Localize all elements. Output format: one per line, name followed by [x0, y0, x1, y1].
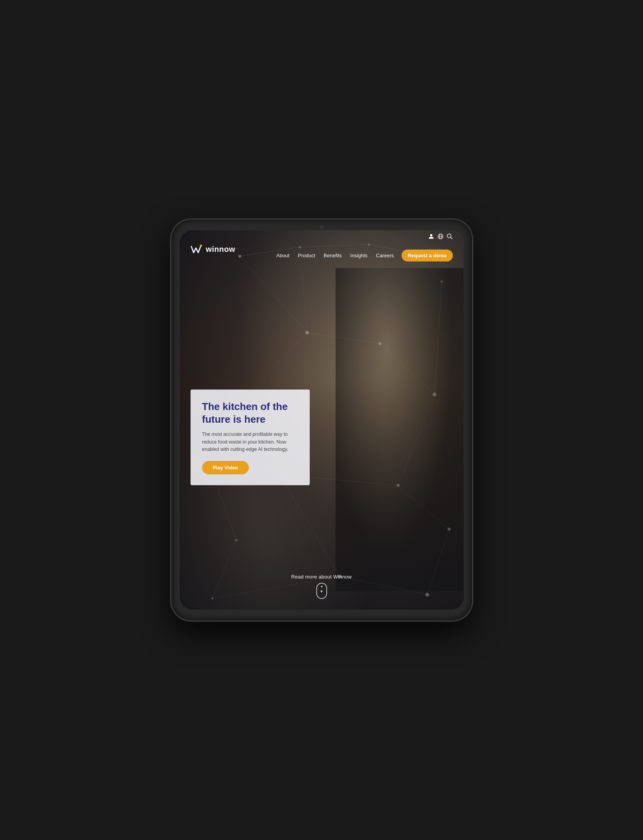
winnow-logo-icon	[191, 244, 203, 255]
search-icon[interactable]	[447, 233, 453, 241]
scroll-dot	[321, 586, 322, 587]
svg-line-40	[451, 238, 452, 239]
nav-about[interactable]: About	[272, 250, 293, 261]
svg-point-41	[200, 245, 202, 247]
globe-icon[interactable]	[437, 233, 444, 241]
account-icon[interactable]	[428, 233, 434, 241]
scroll-text: Read more about Winnow	[291, 574, 352, 580]
utility-bar	[428, 230, 453, 241]
main-nav: About Product Benefits Insights Careers …	[272, 250, 452, 261]
tablet-screen: winnow About Product Benefits Insights C…	[180, 230, 464, 610]
tablet-frame: winnow About Product Benefits Insights C…	[171, 219, 472, 621]
header: winnow About Product Benefits Insights C…	[180, 230, 464, 261]
hero-content: The kitchen of the future is here The mo…	[191, 390, 310, 485]
scroll-arrow-icon: ▼	[320, 589, 324, 594]
scroll-section: Read more about Winnow ▼	[180, 574, 464, 599]
hero-title: The kitchen of the future is here	[202, 400, 298, 425]
nav-careers[interactable]: Careers	[372, 250, 398, 261]
play-video-button[interactable]: Play Video	[202, 461, 249, 474]
logo-text: winnow	[206, 245, 235, 254]
nav-insights[interactable]: Insights	[346, 250, 371, 261]
logo-area[interactable]: winnow	[191, 244, 235, 255]
hero-panel: The kitchen of the future is here The mo…	[191, 390, 310, 485]
svg-point-39	[447, 234, 451, 238]
request-demo-button[interactable]: Request a demo	[402, 250, 452, 261]
hero-subtitle: The most accurate and profitable way to …	[202, 431, 298, 453]
scroll-icon[interactable]: ▼	[316, 583, 327, 599]
nav-product[interactable]: Product	[294, 250, 319, 261]
nav-benefits[interactable]: Benefits	[320, 250, 346, 261]
